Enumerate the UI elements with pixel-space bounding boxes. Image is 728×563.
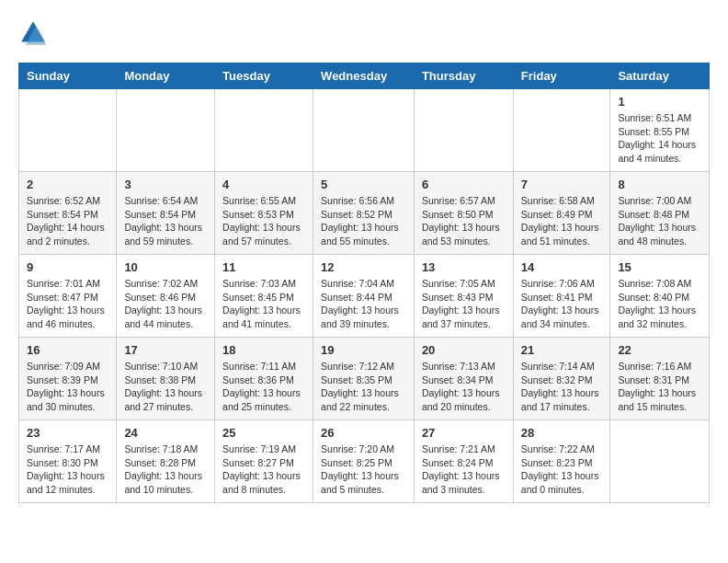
calendar-week-0: 1Sunrise: 6:51 AM Sunset: 8:55 PM Daylig… xyxy=(19,89,710,172)
day-number: 11 xyxy=(222,260,305,274)
calendar-cell xyxy=(313,89,415,172)
day-number: 14 xyxy=(521,260,603,274)
day-info: Sunrise: 7:14 AM Sunset: 8:32 PM Dayligh… xyxy=(521,360,603,414)
day-header-wednesday: Wednesday xyxy=(313,63,415,89)
calendar-cell: 3Sunrise: 6:54 AM Sunset: 8:54 PM Daylig… xyxy=(117,172,215,255)
calendar-cell: 20Sunrise: 7:13 AM Sunset: 8:34 PM Dayli… xyxy=(414,338,513,420)
calendar-cell: 11Sunrise: 7:03 AM Sunset: 8:45 PM Dayli… xyxy=(215,255,313,338)
calendar-cell: 23Sunrise: 7:17 AM Sunset: 8:30 PM Dayli… xyxy=(19,420,117,503)
calendar-cell: 9Sunrise: 7:01 AM Sunset: 8:47 PM Daylig… xyxy=(19,255,117,338)
day-number: 21 xyxy=(521,343,603,357)
calendar-cell xyxy=(513,89,610,172)
calendar-cell: 19Sunrise: 7:12 AM Sunset: 8:35 PM Dayli… xyxy=(313,338,415,420)
calendar-cell xyxy=(19,89,117,172)
calendar-cell xyxy=(117,89,215,172)
calendar-week-4: 23Sunrise: 7:17 AM Sunset: 8:30 PM Dayli… xyxy=(19,420,710,503)
day-number: 1 xyxy=(618,95,701,109)
day-info: Sunrise: 6:54 AM Sunset: 8:54 PM Dayligh… xyxy=(124,194,207,248)
day-number: 13 xyxy=(422,260,506,274)
calendar-cell: 12Sunrise: 7:04 AM Sunset: 8:44 PM Dayli… xyxy=(313,255,415,338)
day-header-monday: Monday xyxy=(117,63,215,89)
day-info: Sunrise: 6:58 AM Sunset: 8:49 PM Dayligh… xyxy=(521,194,603,248)
day-info: Sunrise: 7:16 AM Sunset: 8:31 PM Dayligh… xyxy=(618,360,701,414)
calendar-cell: 16Sunrise: 7:09 AM Sunset: 8:39 PM Dayli… xyxy=(19,338,117,420)
day-info: Sunrise: 7:13 AM Sunset: 8:34 PM Dayligh… xyxy=(422,360,506,414)
calendar-week-1: 2Sunrise: 6:52 AM Sunset: 8:54 PM Daylig… xyxy=(19,172,710,255)
calendar-cell: 28Sunrise: 7:22 AM Sunset: 8:23 PM Dayli… xyxy=(513,420,610,503)
calendar-cell: 7Sunrise: 6:58 AM Sunset: 8:49 PM Daylig… xyxy=(513,172,610,255)
day-header-thursday: Thursday xyxy=(414,63,513,89)
day-header-tuesday: Tuesday xyxy=(215,63,313,89)
calendar-header-row: SundayMondayTuesdayWednesdayThursdayFrid… xyxy=(19,63,710,89)
day-info: Sunrise: 6:55 AM Sunset: 8:53 PM Dayligh… xyxy=(222,194,305,248)
calendar-cell: 1Sunrise: 6:51 AM Sunset: 8:55 PM Daylig… xyxy=(610,89,710,172)
calendar-cell xyxy=(610,420,710,503)
page-header xyxy=(18,18,710,48)
day-info: Sunrise: 7:00 AM Sunset: 8:48 PM Dayligh… xyxy=(618,194,701,248)
calendar-cell: 5Sunrise: 6:56 AM Sunset: 8:52 PM Daylig… xyxy=(313,172,415,255)
day-number: 9 xyxy=(27,260,108,274)
calendar-cell xyxy=(414,89,513,172)
day-number: 3 xyxy=(124,178,207,191)
day-number: 4 xyxy=(222,178,305,191)
day-info: Sunrise: 7:04 AM Sunset: 8:44 PM Dayligh… xyxy=(321,277,406,331)
calendar-cell: 10Sunrise: 7:02 AM Sunset: 8:46 PM Dayli… xyxy=(117,255,215,338)
calendar-cell: 2Sunrise: 6:52 AM Sunset: 8:54 PM Daylig… xyxy=(19,172,117,255)
day-info: Sunrise: 7:11 AM Sunset: 8:36 PM Dayligh… xyxy=(222,360,305,414)
day-number: 22 xyxy=(618,343,701,357)
day-number: 2 xyxy=(27,178,108,191)
day-info: Sunrise: 7:02 AM Sunset: 8:46 PM Dayligh… xyxy=(124,277,207,331)
calendar-cell: 21Sunrise: 7:14 AM Sunset: 8:32 PM Dayli… xyxy=(513,338,610,420)
day-number: 15 xyxy=(618,260,701,274)
logo-icon xyxy=(18,18,48,48)
day-info: Sunrise: 7:21 AM Sunset: 8:24 PM Dayligh… xyxy=(422,442,506,497)
day-info: Sunrise: 7:19 AM Sunset: 8:27 PM Dayligh… xyxy=(222,442,305,497)
day-number: 20 xyxy=(422,343,506,357)
day-number: 26 xyxy=(321,426,406,440)
day-number: 12 xyxy=(321,260,406,274)
calendar-cell: 13Sunrise: 7:05 AM Sunset: 8:43 PM Dayli… xyxy=(414,255,513,338)
day-number: 6 xyxy=(422,178,506,191)
day-number: 24 xyxy=(124,426,207,440)
day-number: 28 xyxy=(521,426,603,440)
day-info: Sunrise: 7:03 AM Sunset: 8:45 PM Dayligh… xyxy=(222,277,305,331)
day-number: 18 xyxy=(222,343,305,357)
day-number: 17 xyxy=(124,343,207,357)
day-info: Sunrise: 6:52 AM Sunset: 8:54 PM Dayligh… xyxy=(27,194,108,248)
day-info: Sunrise: 7:20 AM Sunset: 8:25 PM Dayligh… xyxy=(321,442,406,497)
day-info: Sunrise: 7:12 AM Sunset: 8:35 PM Dayligh… xyxy=(321,360,406,414)
calendar-table: SundayMondayTuesdayWednesdayThursdayFrid… xyxy=(18,63,710,503)
calendar-cell: 18Sunrise: 7:11 AM Sunset: 8:36 PM Dayli… xyxy=(215,338,313,420)
calendar-cell: 24Sunrise: 7:18 AM Sunset: 8:28 PM Dayli… xyxy=(117,420,215,503)
logo xyxy=(18,18,51,48)
calendar-cell: 17Sunrise: 7:10 AM Sunset: 8:38 PM Dayli… xyxy=(117,338,215,420)
day-info: Sunrise: 7:17 AM Sunset: 8:30 PM Dayligh… xyxy=(27,442,108,497)
day-number: 10 xyxy=(124,260,207,274)
calendar-cell: 14Sunrise: 7:06 AM Sunset: 8:41 PM Dayli… xyxy=(513,255,610,338)
day-info: Sunrise: 7:08 AM Sunset: 8:40 PM Dayligh… xyxy=(618,277,701,331)
calendar-cell: 4Sunrise: 6:55 AM Sunset: 8:53 PM Daylig… xyxy=(215,172,313,255)
calendar-cell: 26Sunrise: 7:20 AM Sunset: 8:25 PM Dayli… xyxy=(313,420,415,503)
day-number: 23 xyxy=(27,426,108,440)
day-number: 8 xyxy=(618,178,701,191)
day-number: 25 xyxy=(222,426,305,440)
calendar-cell: 6Sunrise: 6:57 AM Sunset: 8:50 PM Daylig… xyxy=(414,172,513,255)
day-info: Sunrise: 7:18 AM Sunset: 8:28 PM Dayligh… xyxy=(124,442,207,497)
day-info: Sunrise: 7:05 AM Sunset: 8:43 PM Dayligh… xyxy=(422,277,506,331)
calendar-cell: 8Sunrise: 7:00 AM Sunset: 8:48 PM Daylig… xyxy=(610,172,710,255)
day-info: Sunrise: 7:06 AM Sunset: 8:41 PM Dayligh… xyxy=(521,277,603,331)
day-info: Sunrise: 7:09 AM Sunset: 8:39 PM Dayligh… xyxy=(27,360,108,414)
day-info: Sunrise: 6:51 AM Sunset: 8:55 PM Dayligh… xyxy=(618,111,701,166)
day-header-friday: Friday xyxy=(513,63,610,89)
day-info: Sunrise: 7:22 AM Sunset: 8:23 PM Dayligh… xyxy=(521,442,603,497)
day-number: 19 xyxy=(321,343,406,357)
day-info: Sunrise: 7:10 AM Sunset: 8:38 PM Dayligh… xyxy=(124,360,207,414)
calendar-week-2: 9Sunrise: 7:01 AM Sunset: 8:47 PM Daylig… xyxy=(19,255,710,338)
day-header-saturday: Saturday xyxy=(610,63,710,89)
day-number: 16 xyxy=(27,343,108,357)
day-info: Sunrise: 6:56 AM Sunset: 8:52 PM Dayligh… xyxy=(321,194,406,248)
calendar-cell: 22Sunrise: 7:16 AM Sunset: 8:31 PM Dayli… xyxy=(610,338,710,420)
day-info: Sunrise: 7:01 AM Sunset: 8:47 PM Dayligh… xyxy=(27,277,108,331)
calendar-cell: 25Sunrise: 7:19 AM Sunset: 8:27 PM Dayli… xyxy=(215,420,313,503)
day-number: 7 xyxy=(521,178,603,191)
